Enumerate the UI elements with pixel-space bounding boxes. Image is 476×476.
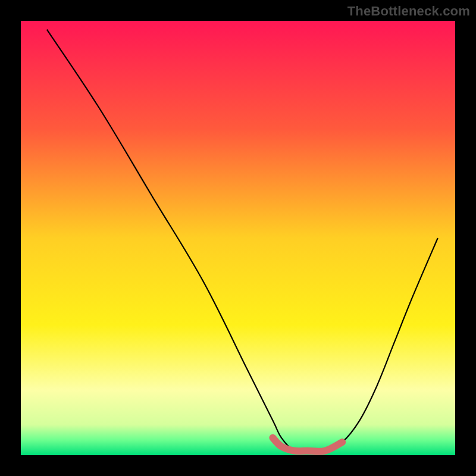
chart-frame: TheBottleneck.com <box>0 0 476 476</box>
watermark-text: TheBottleneck.com <box>347 4 470 19</box>
chart-background-gradient <box>21 21 455 455</box>
bottleneck-chart <box>0 0 476 476</box>
